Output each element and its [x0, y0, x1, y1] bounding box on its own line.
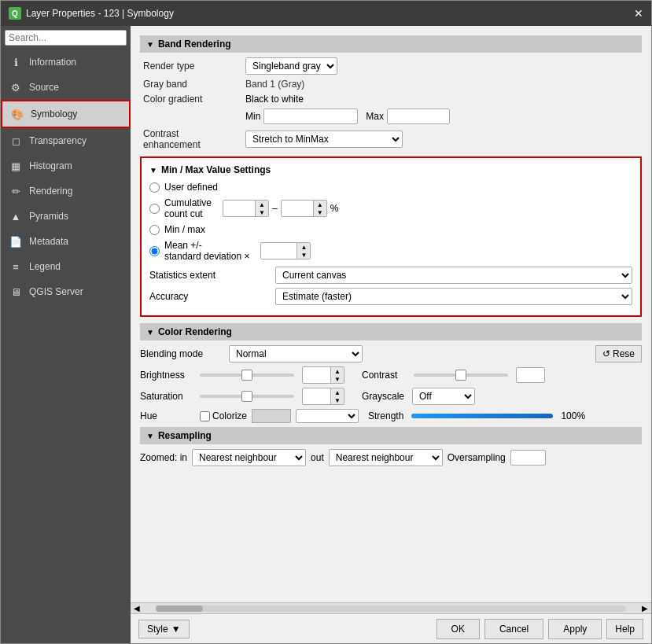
ok-button[interactable]: OK	[437, 619, 480, 639]
mean-stdev-row: Mean +/-standard deviation × 2.00 ▲ ▼	[149, 240, 632, 262]
brightness-label: Brightness	[140, 370, 195, 381]
contrast-thumb[interactable]	[455, 370, 466, 381]
sidebar-item-metadata[interactable]: 📄 Metadata	[1, 229, 131, 254]
saturation-down[interactable]: ▼	[331, 396, 344, 404]
title-bar: Q Layer Properties - 123 | Symbology ✕	[1, 1, 651, 26]
cancel-button[interactable]: Cancel	[484, 619, 543, 639]
sidebar-item-legend[interactable]: ≡ Legend	[1, 254, 131, 279]
zoomed-in-select[interactable]: Nearest neighbour	[192, 449, 306, 466]
band-rendering-header[interactable]: ▼ Band Rendering	[140, 35, 642, 53]
grayscale-label: Grayscale	[362, 391, 404, 402]
render-type-row: Render type Singleband gray	[140, 57, 642, 75]
cumulative-radio[interactable]	[149, 204, 160, 214]
rendering-icon: ✏	[9, 184, 23, 198]
cumulative-max-input[interactable]: 98.0	[282, 201, 313, 215]
user-defined-radio[interactable]	[149, 182, 160, 193]
blending-mode-select[interactable]: Normal	[229, 345, 363, 362]
sidebar-item-histogram[interactable]: ▦ Histogram	[1, 153, 131, 178]
max-input[interactable]: 214.459	[387, 109, 450, 124]
sidebar-label-transparency: Transparency	[29, 135, 87, 146]
colorize-select[interactable]	[296, 409, 359, 423]
brightness-up[interactable]: ▲	[331, 367, 344, 375]
strength-slider[interactable]	[411, 414, 553, 418]
scrollbar-thumb[interactable]	[156, 605, 203, 612]
color-rendering-header[interactable]: ▼ Color Rendering	[140, 323, 642, 340]
min-max-radio[interactable]	[149, 225, 160, 235]
oversampling-input[interactable]: 2.00	[510, 450, 546, 466]
sidebar-item-qgis-server[interactable]: 🖥 QGIS Server	[1, 279, 131, 304]
style-label: Style	[147, 624, 168, 635]
bottom-right-buttons: OK Cancel Apply Help	[437, 619, 643, 639]
max-label: Max	[366, 111, 384, 122]
scroll-right-arrow[interactable]: ▶	[639, 604, 651, 613]
search-input[interactable]	[5, 30, 127, 46]
resampling-header[interactable]: ▼ Resampling	[140, 427, 642, 444]
brightness-row: Brightness 0 ▲ ▼ Contrast	[140, 366, 642, 384]
grayscale-select[interactable]: Off	[412, 388, 475, 405]
metadata-icon: 📄	[9, 234, 23, 248]
sidebar-label-legend: Legend	[29, 261, 61, 272]
brightness-input[interactable]: 0	[303, 368, 330, 382]
mean-up[interactable]: ▲	[297, 243, 310, 251]
sidebar-label-source: Source	[29, 82, 59, 93]
sidebar-item-symbology[interactable]: 🎨 Symbology	[1, 100, 131, 128]
saturation-thumb[interactable]	[241, 391, 252, 402]
saturation-up[interactable]: ▲	[331, 388, 344, 396]
sidebar-item-information[interactable]: ℹ Information	[1, 50, 131, 75]
brightness-thumb[interactable]	[241, 370, 252, 381]
sidebar-label-information: Information	[29, 57, 76, 68]
mean-btns: ▲ ▼	[297, 243, 310, 259]
min-input[interactable]: 0	[263, 109, 358, 124]
min-max-header: ▼ Min / Max Value Settings	[149, 164, 632, 175]
color-swatch[interactable]	[252, 409, 291, 423]
cumulative-min-up[interactable]: ▲	[256, 201, 268, 208]
accuracy-select[interactable]: Estimate (faster)	[275, 288, 632, 305]
zoomed-out-select[interactable]: Nearest neighbour	[329, 449, 443, 466]
sidebar-item-transparency[interactable]: ◻ Transparency	[1, 128, 131, 153]
cumulative-max-down[interactable]: ▼	[314, 208, 326, 216]
cumulative-min-input[interactable]: 2.0	[223, 201, 255, 215]
mean-down[interactable]: ▼	[297, 251, 310, 259]
sidebar-label-histogram: Histogram	[29, 160, 72, 171]
saturation-input[interactable]: 0	[303, 389, 330, 403]
contrast-select[interactable]: Stretch to MinMax	[245, 131, 403, 148]
contrast-label2: Contrast	[362, 370, 409, 381]
cumulative-min-down[interactable]: ▼	[256, 208, 268, 216]
horizontal-scrollbar[interactable]: ◀ ▶	[131, 602, 651, 613]
cumulative-min-btns: ▲ ▼	[255, 201, 268, 216]
sidebar-item-source[interactable]: ⚙ Source	[1, 75, 131, 100]
symbology-icon: 🎨	[10, 107, 24, 121]
blending-mode-row: Blending mode Normal ↺ Rese	[140, 345, 642, 362]
scrollbar-track	[156, 605, 626, 612]
contrast-input[interactable]: 0	[517, 368, 544, 382]
colorize-checkbox: Colorize	[200, 410, 247, 421]
mean-input[interactable]: 2.00	[261, 244, 297, 258]
qgis-server-icon: 🖥	[9, 285, 23, 299]
mean-stdev-radio[interactable]	[149, 246, 160, 256]
brightness-spinbox: 0 ▲ ▼	[302, 366, 344, 384]
cumulative-max-up[interactable]: ▲	[314, 201, 326, 208]
reset-button[interactable]: ↺ Rese	[595, 345, 642, 362]
main-content: ℹ Information ⚙ Source 🎨 Symbology ◻ Tra…	[1, 26, 651, 643]
color-gradient-value: Black to white	[245, 94, 304, 105]
help-button[interactable]: Help	[606, 619, 643, 639]
sidebar-label-symbology: Symbology	[31, 109, 77, 120]
sidebar-item-rendering[interactable]: ✏ Rendering	[1, 178, 131, 204]
min-label: Min	[245, 111, 260, 122]
render-type-select[interactable]: Singleband gray	[245, 57, 337, 75]
gray-band-value: Band 1 (Gray)	[245, 79, 304, 90]
accuracy-row: Accuracy Estimate (faster)	[149, 288, 632, 305]
saturation-slider[interactable]	[200, 395, 294, 398]
sidebar-item-pyramids[interactable]: ▲ Pyramids	[1, 204, 131, 229]
close-button[interactable]: ✕	[634, 7, 643, 20]
render-type-label: Render type	[143, 61, 245, 72]
statistics-extent-select[interactable]: Current canvas	[275, 267, 632, 284]
contrast-slider[interactable]	[414, 374, 508, 377]
brightness-down[interactable]: ▼	[331, 375, 344, 383]
colorize-check[interactable]	[200, 411, 210, 421]
brightness-slider[interactable]	[200, 374, 294, 377]
blending-mode-label: Blending mode	[140, 348, 223, 359]
apply-button[interactable]: Apply	[548, 619, 602, 639]
style-button[interactable]: Style ▼	[138, 620, 190, 638]
scroll-left-arrow[interactable]: ◀	[131, 604, 143, 613]
